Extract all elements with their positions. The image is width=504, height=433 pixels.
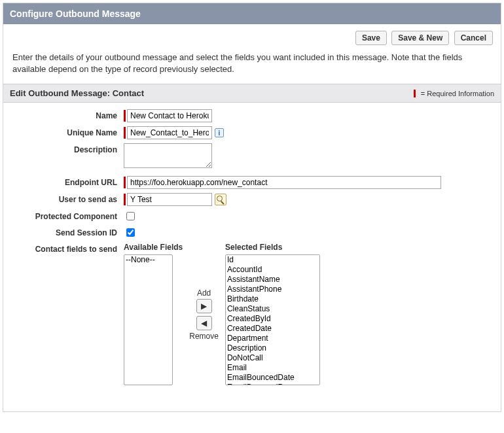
description-textarea[interactable]	[124, 143, 212, 168]
unique-name-input[interactable]	[127, 126, 212, 139]
available-fields-column: Available Fields --None--	[124, 243, 183, 385]
required-mark-icon	[414, 90, 416, 97]
label-unique-name: Unique Name	[12, 126, 124, 137]
cancel-button[interactable]: Cancel	[454, 31, 493, 45]
list-item[interactable]: Description	[226, 343, 319, 353]
list-item[interactable]: Email	[226, 363, 319, 373]
list-item[interactable]: Department	[226, 334, 319, 343]
page-container: Configure Outbound Message Save Save & N…	[3, 3, 501, 412]
arrow-right-icon: ▶	[201, 302, 207, 311]
list-item[interactable]: Id	[226, 255, 319, 265]
send-session-id-checkbox[interactable]	[126, 228, 135, 237]
user-to-send-as-input[interactable]	[127, 193, 212, 206]
list-item[interactable]: EmailBouncedReason	[226, 383, 319, 385]
row-user-to-send-as: User to send as	[12, 193, 492, 206]
form-area: Name Unique Name i Description Endpoint …	[3, 103, 501, 402]
section-header: Edit Outbound Message: Contact = Require…	[3, 84, 501, 103]
row-protected-component: Protected Component	[12, 210, 492, 222]
row-name: Name	[12, 109, 492, 122]
list-item[interactable]: AssistantName	[226, 275, 319, 285]
section-title: Edit Outbound Message: Contact	[10, 88, 414, 98]
remove-button[interactable]: ◀	[196, 316, 212, 330]
selected-fields-list[interactable]: IdAccountIdAssistantNameAssistantPhoneBi…	[225, 254, 320, 385]
protected-component-checkbox[interactable]	[126, 212, 135, 220]
required-bar-icon	[124, 177, 126, 188]
save-button[interactable]: Save	[355, 31, 387, 45]
list-item[interactable]: Birthdate	[226, 294, 319, 304]
required-bar-icon	[124, 110, 126, 122]
required-legend-text: = Required Information	[421, 90, 494, 97]
label-name: Name	[12, 109, 124, 120]
list-item[interactable]: EmailBouncedDate	[226, 373, 319, 383]
action-button-row: Save Save & New Cancel	[3, 24, 501, 49]
list-item[interactable]: AccountId	[226, 265, 319, 275]
list-item[interactable]: CreatedDate	[226, 324, 319, 334]
list-item[interactable]: --None--	[124, 255, 172, 265]
row-unique-name: Unique Name i	[12, 126, 492, 139]
page-title-bar: Configure Outbound Message	[3, 3, 501, 24]
endpoint-url-input[interactable]	[127, 176, 441, 189]
required-bar-icon	[124, 127, 126, 139]
list-item[interactable]: AssistantPhone	[226, 285, 319, 294]
move-buttons-column: Add ▶ ◀ Remove	[189, 243, 219, 341]
row-endpoint-url: Endpoint URL	[12, 176, 492, 189]
info-icon[interactable]: i	[215, 128, 224, 137]
label-description: Description	[12, 143, 124, 154]
label-endpoint-url: Endpoint URL	[12, 176, 124, 187]
label-send-session-id: Send Session ID	[12, 226, 124, 237]
save-and-new-button[interactable]: Save & New	[391, 31, 449, 45]
add-label: Add	[197, 288, 211, 298]
name-input[interactable]	[127, 109, 212, 122]
row-contact-fields-to-send: Contact fields to send Available Fields …	[12, 243, 492, 385]
label-user-to-send-as: User to send as	[12, 193, 124, 204]
row-send-session-id: Send Session ID	[12, 226, 492, 239]
arrow-left-icon: ◀	[201, 319, 207, 328]
lookup-icon[interactable]	[215, 194, 226, 205]
list-item[interactable]: CreatedById	[226, 314, 319, 324]
selected-fields-column: Selected Fields IdAccountIdAssistantName…	[225, 243, 320, 385]
row-description: Description	[12, 143, 492, 168]
required-legend: = Required Information	[414, 89, 494, 98]
list-item[interactable]: CleanStatus	[226, 304, 319, 314]
available-fields-list[interactable]: --None--	[124, 254, 173, 385]
available-fields-header: Available Fields	[124, 243, 183, 252]
fields-transfer: Available Fields --None-- Add ▶ ◀ Remove	[124, 243, 320, 385]
list-item[interactable]: DoNotCall	[226, 353, 319, 363]
required-bar-icon	[124, 194, 126, 205]
page-title: Configure Outbound Message	[10, 9, 141, 19]
add-button[interactable]: ▶	[196, 299, 212, 313]
label-contact-fields-to-send: Contact fields to send	[12, 243, 124, 254]
label-protected-component: Protected Component	[12, 210, 124, 221]
selected-fields-header: Selected Fields	[225, 243, 320, 252]
remove-label: Remove	[189, 332, 219, 341]
intro-text: Enter the details of your outbound messa…	[3, 49, 501, 84]
